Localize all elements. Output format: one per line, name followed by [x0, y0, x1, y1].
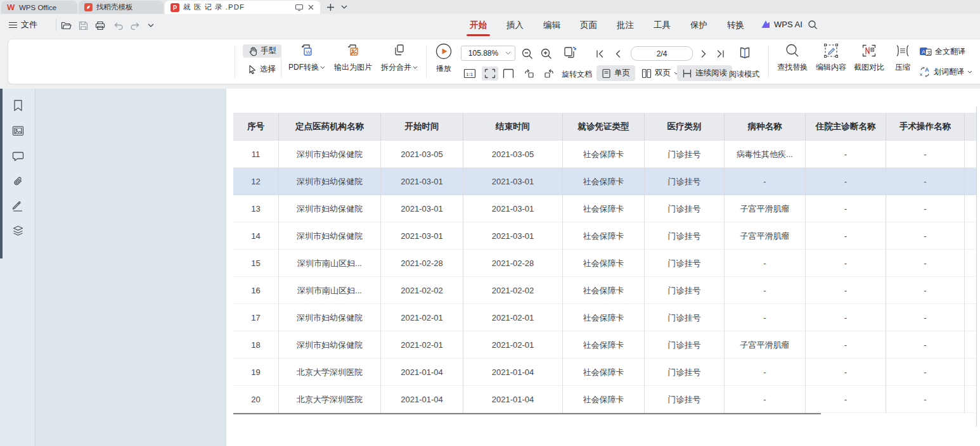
table-cell: 2021-03-01: [463, 168, 563, 195]
tab-document[interactable]: 就 医 记 录 .PDF: [165, 1, 320, 14]
divider: [768, 45, 769, 78]
table-cell: 门诊挂号: [645, 222, 725, 250]
pdf-convert-button[interactable]: W PDF转换: [285, 42, 329, 73]
compress-button[interactable]: 压缩: [886, 42, 919, 73]
fit-page-button[interactable]: [501, 67, 516, 80]
tab-docer[interactable]: 找稻壳模板: [79, 1, 164, 14]
table-row[interactable]: 16深圳市南山区妇...2021-02-022021-02-02社会保障卡门诊挂…: [233, 277, 976, 304]
table-cell: 子宫平滑肌瘤: [725, 331, 806, 359]
prev-page-button[interactable]: [611, 48, 624, 60]
play-button[interactable]: 播放: [430, 42, 458, 74]
open-folder-icon[interactable]: [60, 20, 72, 31]
page-indicator-input[interactable]: 2/4: [631, 46, 693, 61]
export-image-button[interactable]: 输出为图片: [329, 42, 377, 73]
table-cell: 门诊挂号: [645, 386, 725, 413]
table-cell: 2021-03-01: [381, 195, 463, 222]
tab-wps-home[interactable]: W WPS Office: [1, 1, 77, 14]
table-cell: 社会保障卡: [563, 331, 645, 359]
menu-item[interactable]: 保护: [690, 20, 708, 31]
table-cell: -: [806, 195, 886, 222]
menu-item[interactable]: 批注: [616, 20, 635, 31]
next-page-button[interactable]: [697, 48, 710, 60]
comment-icon[interactable]: [11, 149, 25, 163]
continuous-read-button[interactable]: 连续阅读: [677, 65, 732, 81]
table-cell: 社会保障卡: [563, 195, 645, 222]
layers-icon[interactable]: [11, 224, 25, 238]
signature-icon[interactable]: [11, 200, 25, 213]
undo-icon[interactable]: [112, 20, 125, 31]
table-cell: -: [886, 331, 965, 359]
file-menu-button[interactable]: 文件: [9, 19, 37, 30]
svg-text:W: W: [306, 49, 311, 55]
table-row[interactable]: 18深圳市妇幼保健院2021-02-012021-02-01社会保障卡门诊挂号子…: [233, 331, 976, 359]
menu-item[interactable]: 开始: [469, 20, 487, 31]
hand-tool-button[interactable]: 手型: [243, 44, 281, 58]
edit-content-button[interactable]: 编辑内容: [809, 42, 853, 73]
rotate-doc-label[interactable]: 旋转文档: [562, 69, 592, 80]
split-merge-button[interactable]: 拆分合并: [377, 42, 422, 73]
menu-bar: 文件 开始插入编辑页面批注工具保护转换 WPS AI: [0, 14, 980, 36]
fit-width-button[interactable]: [482, 67, 498, 80]
last-page-button[interactable]: [714, 48, 726, 60]
read-mode-icon[interactable]: [735, 44, 754, 63]
zoom-level-select[interactable]: 105.88%: [461, 46, 515, 61]
table-header-cell-partial: [965, 113, 976, 141]
table-row[interactable]: 11深圳市妇幼保健院2021-03-052021-03-05社会保障卡门诊挂号病…: [233, 141, 976, 168]
single-page-label: 单页: [614, 68, 630, 79]
rotate-right-button[interactable]: [541, 67, 556, 80]
menu-item[interactable]: 页面: [579, 20, 598, 31]
table-row[interactable]: 13深圳市妇幼保健院2021-03-012021-03-01社会保障卡门诊挂号子…: [233, 195, 976, 222]
close-icon[interactable]: [307, 4, 314, 11]
single-page-button[interactable]: 单页: [596, 65, 635, 81]
zoom-out-button[interactable]: [520, 46, 535, 61]
table-cell-partial: [965, 277, 976, 304]
menu-item[interactable]: 工具: [653, 20, 671, 31]
save-icon[interactable]: [77, 20, 89, 31]
tab-list-button[interactable]: [338, 2, 350, 12]
zoom-in-button[interactable]: [539, 46, 554, 61]
pdf-convert-label: PDF转换: [288, 62, 319, 73]
chevron-down-icon[interactable]: [145, 20, 157, 31]
print-icon[interactable]: [94, 20, 106, 31]
word-translate-button[interactable]: Ax 划词翻译: [919, 67, 972, 77]
screenshot-compare-button[interactable]: 截图对比: [848, 42, 891, 73]
table-cell: 深圳市妇幼保健院: [279, 222, 381, 250]
actual-size-button[interactable]: 1:1: [462, 67, 477, 80]
table-row[interactable]: 14深圳市妇幼保健院2021-03-012021-03-01社会保障卡门诊挂号子…: [233, 222, 976, 250]
table-row[interactable]: 20北京大学深圳医院2021-01-042021-01-04社会保障卡门诊挂号-…: [233, 386, 976, 413]
first-page-button[interactable]: [593, 48, 606, 60]
find-replace-button[interactable]: 查找替换: [771, 42, 814, 73]
divider: [426, 45, 427, 78]
select-tool-button[interactable]: 选择: [243, 63, 281, 76]
search-icon[interactable]: [808, 20, 818, 30]
wps-ai-button[interactable]: WPS AI: [761, 20, 803, 29]
new-tab-button[interactable]: [325, 2, 336, 12]
read-mode-label[interactable]: 阅读模式: [729, 69, 759, 80]
select-tool-label: 选择: [260, 64, 276, 75]
svg-text:A: A: [922, 49, 925, 55]
attachment-icon[interactable]: [11, 174, 25, 188]
screen-icon[interactable]: [295, 4, 304, 11]
redo-icon[interactable]: [129, 20, 141, 31]
menu-item[interactable]: 编辑: [543, 20, 561, 31]
table-cell: 北京大学深圳医院: [279, 359, 381, 386]
table-cell: 15: [233, 250, 279, 277]
table-row[interactable]: 17深圳市妇幼保健院2021-02-012021-02-01社会保障卡门诊挂号-…: [233, 304, 976, 331]
bookmark-icon[interactable]: [11, 98, 25, 112]
full-translate-button[interactable]: A文 全文翻译: [919, 46, 965, 57]
menu-item[interactable]: 转换: [726, 20, 745, 31]
table-cell: -: [725, 277, 806, 304]
table-cell: -: [725, 359, 806, 386]
table-row[interactable]: 12深圳市妇幼保健院2021-03-012021-03-01社会保障卡门诊挂号-…: [233, 168, 976, 195]
sidebar-scrollbar[interactable]: [0, 89, 3, 258]
table-row[interactable]: 19北京大学深圳医院2021-01-042021-01-04社会保障卡门诊挂号-…: [233, 359, 976, 386]
table-row[interactable]: 15深圳市南山区妇...2021-02-282021-02-28社会保障卡门诊挂…: [233, 250, 976, 277]
edit-content-label: 编辑内容: [816, 62, 846, 73]
menu-item[interactable]: 插入: [506, 20, 524, 31]
table-cell: -: [806, 331, 886, 359]
rotate-doc-icon[interactable]: [560, 44, 579, 63]
thumbnail-icon[interactable]: [11, 124, 25, 137]
table-cell-partial: [965, 195, 976, 222]
table-cell: 社会保障卡: [563, 250, 645, 277]
rotate-left-button[interactable]: [522, 67, 537, 80]
